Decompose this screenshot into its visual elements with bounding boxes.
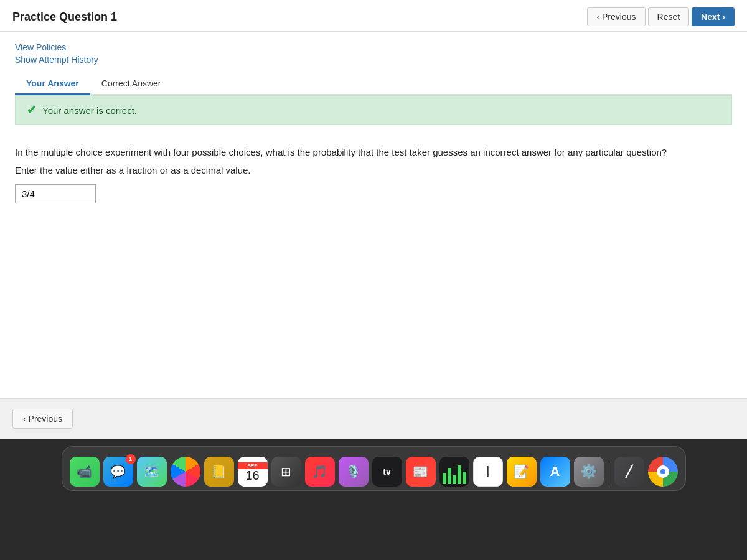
dock-facetime[interactable]: 📹 <box>70 457 100 487</box>
answer-correct-banner: ✔ Your answer is correct. <box>15 95 732 125</box>
dock: 📹 💬 1 🗺️ 📒 SEP 16 ⊞ 🎵 <box>62 446 686 491</box>
dock-maps[interactable]: 🗺️ <box>137 457 167 487</box>
answer-input[interactable] <box>15 184 96 203</box>
view-policies-link[interactable]: View Policies <box>15 42 732 52</box>
dock-calendar-day: 16 <box>245 469 259 482</box>
dock-appletv[interactable]: tv <box>372 457 402 487</box>
dock-calendar[interactable]: SEP 16 <box>238 457 268 487</box>
dock-textutil[interactable]: I <box>473 457 503 487</box>
dock-appstore[interactable]: A <box>540 457 570 487</box>
dock-tv-label: tv <box>383 467 390 477</box>
dock-messages-badge: 1 <box>126 454 136 464</box>
dock-separator <box>609 462 609 487</box>
dock-notch[interactable]: ╱ <box>614 457 644 487</box>
page-title: Practice Question 1 <box>12 11 117 24</box>
previous-button[interactable]: ‹ Previous <box>587 7 645 26</box>
navigation-buttons: ‹ Previous Reset Next › <box>587 7 735 26</box>
previous-bottom-button[interactable]: ‹ Previous <box>12 409 73 429</box>
instruction-text: Enter the value either as a fraction or … <box>15 165 732 175</box>
dock-launchpad[interactable]: ⊞ <box>271 457 301 487</box>
dock-pad[interactable]: 📝 <box>507 457 537 487</box>
dock-messages[interactable]: 💬 1 <box>103 457 133 487</box>
tab-correct-answer[interactable]: Correct Answer <box>90 73 172 95</box>
dock-area: 📹 💬 1 🗺️ 📒 SEP 16 ⊞ 🎵 <box>0 439 747 560</box>
dock-notes[interactable]: 📒 <box>204 457 234 487</box>
dock-chrome[interactable] <box>648 457 678 487</box>
dock-photos[interactable] <box>171 457 200 487</box>
next-button[interactable]: Next › <box>692 7 735 26</box>
question-body: In the multiple choice experiment with f… <box>15 136 732 210</box>
dock-stocks[interactable] <box>439 457 469 487</box>
tabs-row: Your Answer Correct Answer <box>15 73 732 95</box>
bottom-nav: ‹ Previous <box>0 398 747 439</box>
dock-podcasts[interactable]: 🎙️ <box>339 457 369 487</box>
dock-music[interactable]: 🎵 <box>305 457 335 487</box>
dock-news[interactable]: 📰 <box>406 457 436 487</box>
show-attempt-link[interactable]: Show Attempt History <box>15 55 732 65</box>
correct-text: Your answer is correct. <box>42 105 137 116</box>
dock-calendar-month: SEP <box>238 462 268 469</box>
content-section: View Policies Show Attempt History Your … <box>0 32 747 398</box>
question-text: In the multiple choice experiment with f… <box>15 145 732 160</box>
checkmark-icon: ✔ <box>27 103 36 117</box>
reset-button[interactable]: Reset <box>648 7 690 26</box>
tab-your-answer[interactable]: Your Answer <box>15 73 90 95</box>
dock-system-preferences[interactable]: ⚙️ <box>574 457 604 487</box>
